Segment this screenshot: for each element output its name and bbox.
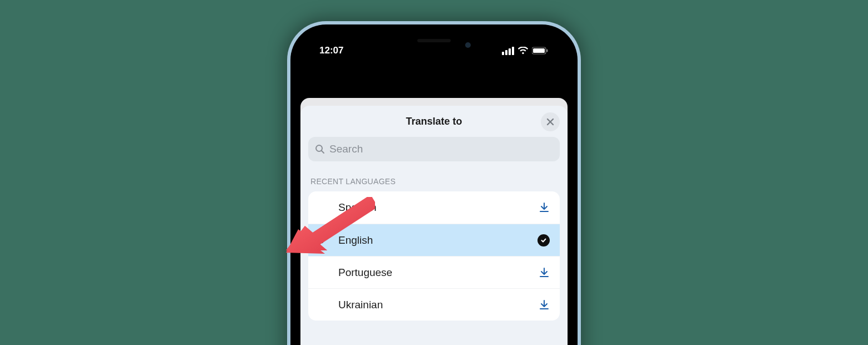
svg-rect-1 xyxy=(533,48,545,53)
sheet-title: Translate to xyxy=(406,116,462,127)
phone-frame-inner: 12:07 Translate to xyxy=(290,24,578,345)
language-row-english[interactable]: English xyxy=(308,224,560,256)
svg-rect-2 xyxy=(546,50,548,52)
phone-frame: 12:07 Translate to xyxy=(287,21,581,345)
language-row-spanish[interactable]: Spanish xyxy=(308,191,560,224)
download-icon[interactable] xyxy=(531,202,550,213)
language-label: Spanish xyxy=(338,201,531,214)
language-label: Ukrainian xyxy=(338,299,531,311)
search-placeholder: Search xyxy=(329,143,363,155)
close-button[interactable] xyxy=(541,112,560,131)
language-label: English xyxy=(338,234,531,247)
battery-icon xyxy=(532,47,549,55)
language-label: Portuguese xyxy=(338,267,531,279)
cellular-icon xyxy=(502,47,514,55)
section-label-recent: RECENT LANGUAGES xyxy=(300,161,568,191)
search-input[interactable]: Search xyxy=(308,137,560,161)
phone-screen: 12:07 Translate to xyxy=(300,34,568,345)
downloaded-badge xyxy=(531,234,550,247)
notch xyxy=(384,34,484,52)
language-row-ukrainian[interactable]: Ukrainian xyxy=(308,288,560,321)
status-time: 12:07 xyxy=(319,45,343,56)
download-icon[interactable] xyxy=(531,299,550,310)
language-list: Spanish English xyxy=(308,191,560,321)
sheet-header: Translate to xyxy=(300,106,568,137)
wifi-icon xyxy=(517,47,529,55)
svg-line-4 xyxy=(322,151,324,153)
language-row-portuguese[interactable]: Portuguese xyxy=(308,256,560,288)
status-indicators xyxy=(502,47,549,55)
check-icon xyxy=(318,235,338,245)
search-icon xyxy=(315,144,325,154)
translate-sheet: Translate to Search RECENT LANGUAGES xyxy=(300,106,568,345)
download-icon[interactable] xyxy=(531,267,550,278)
close-icon xyxy=(546,118,554,126)
